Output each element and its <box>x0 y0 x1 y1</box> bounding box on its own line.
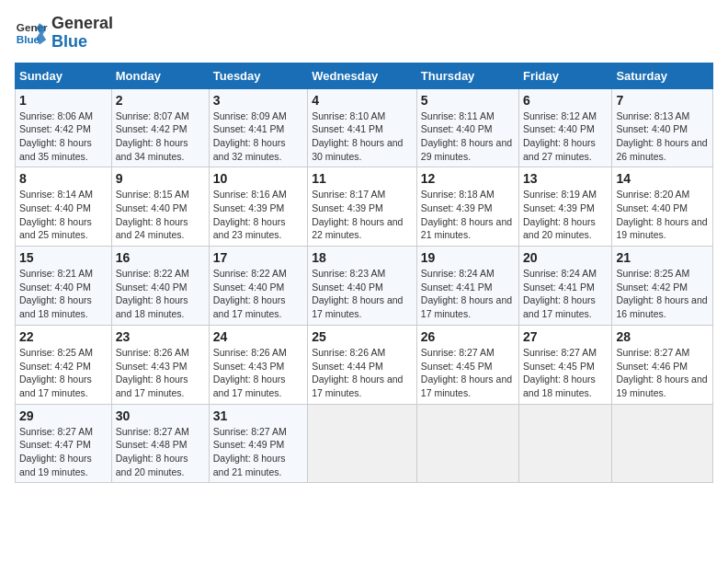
day-number: 1 <box>19 93 108 108</box>
day-info: Sunrise: 8:26 AM Sunset: 4:44 PM Dayligh… <box>312 346 413 400</box>
calendar-cell: 5 Sunrise: 8:11 AM Sunset: 4:40 PM Dayli… <box>416 88 518 167</box>
header-monday: Monday <box>111 63 209 88</box>
logo: General Blue General Blue <box>15 15 113 52</box>
day-info: Sunrise: 8:12 AM Sunset: 4:40 PM Dayligh… <box>523 109 608 164</box>
day-info: Sunrise: 8:15 AM Sunset: 4:40 PM Dayligh… <box>116 188 205 242</box>
calendar-header-row: SundayMondayTuesdayWednesdayThursdayFrid… <box>16 63 713 88</box>
calendar-cell <box>416 404 518 483</box>
day-info: Sunrise: 8:26 AM Sunset: 4:43 PM Dayligh… <box>116 346 205 400</box>
day-number: 4 <box>312 93 413 108</box>
day-info: Sunrise: 8:16 AM Sunset: 4:39 PM Dayligh… <box>213 188 303 242</box>
calendar-cell <box>308 404 417 483</box>
day-info: Sunrise: 8:25 AM Sunset: 4:42 PM Dayligh… <box>19 346 108 400</box>
calendar-cell: 8 Sunrise: 8:14 AM Sunset: 4:40 PM Dayli… <box>16 167 112 247</box>
day-info: Sunrise: 8:10 AM Sunset: 4:41 PM Dayligh… <box>312 109 413 164</box>
day-number: 24 <box>213 329 303 344</box>
day-number: 7 <box>616 93 709 108</box>
calendar-cell: 12 Sunrise: 8:18 AM Sunset: 4:39 PM Dayl… <box>416 167 518 247</box>
calendar-cell: 1 Sunrise: 8:06 AM Sunset: 4:42 PM Dayli… <box>16 88 112 167</box>
day-number: 29 <box>19 408 108 423</box>
day-number: 10 <box>213 171 303 186</box>
day-number: 27 <box>523 329 608 344</box>
day-info: Sunrise: 8:27 AM Sunset: 4:47 PM Dayligh… <box>19 425 108 479</box>
day-number: 23 <box>116 329 205 344</box>
day-number: 3 <box>213 93 303 108</box>
day-number: 21 <box>616 250 709 265</box>
calendar-cell: 6 Sunrise: 8:12 AM Sunset: 4:40 PM Dayli… <box>519 88 612 167</box>
day-number: 14 <box>616 171 709 186</box>
day-info: Sunrise: 8:24 AM Sunset: 4:41 PM Dayligh… <box>523 267 608 321</box>
day-info: Sunrise: 8:13 AM Sunset: 4:40 PM Dayligh… <box>616 109 709 164</box>
day-info: Sunrise: 8:25 AM Sunset: 4:42 PM Dayligh… <box>616 267 709 321</box>
day-info: Sunrise: 8:22 AM Sunset: 4:40 PM Dayligh… <box>116 267 205 321</box>
calendar-cell: 16 Sunrise: 8:22 AM Sunset: 4:40 PM Dayl… <box>111 247 209 326</box>
day-number: 2 <box>116 93 205 108</box>
calendar-cell: 30 Sunrise: 8:27 AM Sunset: 4:48 PM Dayl… <box>111 404 209 483</box>
day-info: Sunrise: 8:20 AM Sunset: 4:40 PM Dayligh… <box>616 188 709 242</box>
calendar-week-5: 29 Sunrise: 8:27 AM Sunset: 4:47 PM Dayl… <box>16 404 713 483</box>
day-number: 8 <box>19 171 108 186</box>
day-info: Sunrise: 8:27 AM Sunset: 4:48 PM Dayligh… <box>116 425 205 479</box>
calendar-cell: 2 Sunrise: 8:07 AM Sunset: 4:42 PM Dayli… <box>111 88 209 167</box>
day-info: Sunrise: 8:11 AM Sunset: 4:40 PM Dayligh… <box>421 109 515 164</box>
calendar-cell: 31 Sunrise: 8:27 AM Sunset: 4:49 PM Dayl… <box>209 404 307 483</box>
day-number: 5 <box>421 93 515 108</box>
day-info: Sunrise: 8:09 AM Sunset: 4:41 PM Dayligh… <box>213 109 303 164</box>
day-number: 31 <box>213 408 303 423</box>
day-info: Sunrise: 8:19 AM Sunset: 4:39 PM Dayligh… <box>523 188 608 242</box>
calendar-cell: 17 Sunrise: 8:22 AM Sunset: 4:40 PM Dayl… <box>209 247 307 326</box>
calendar-cell: 19 Sunrise: 8:24 AM Sunset: 4:41 PM Dayl… <box>416 247 518 326</box>
calendar-cell: 29 Sunrise: 8:27 AM Sunset: 4:47 PM Dayl… <box>16 404 112 483</box>
day-info: Sunrise: 8:21 AM Sunset: 4:40 PM Dayligh… <box>19 267 108 321</box>
calendar-week-1: 1 Sunrise: 8:06 AM Sunset: 4:42 PM Dayli… <box>16 88 713 167</box>
header-tuesday: Tuesday <box>209 63 307 88</box>
day-number: 11 <box>312 171 413 186</box>
calendar-cell: 15 Sunrise: 8:21 AM Sunset: 4:40 PM Dayl… <box>16 247 112 326</box>
calendar-cell <box>612 404 713 483</box>
day-info: Sunrise: 8:26 AM Sunset: 4:43 PM Dayligh… <box>213 346 303 400</box>
day-info: Sunrise: 8:27 AM Sunset: 4:46 PM Dayligh… <box>616 346 709 400</box>
calendar-cell: 13 Sunrise: 8:19 AM Sunset: 4:39 PM Dayl… <box>519 167 612 247</box>
day-info: Sunrise: 8:23 AM Sunset: 4:40 PM Dayligh… <box>312 267 413 321</box>
calendar-body: 1 Sunrise: 8:06 AM Sunset: 4:42 PM Dayli… <box>16 88 713 483</box>
calendar-cell: 7 Sunrise: 8:13 AM Sunset: 4:40 PM Dayli… <box>612 88 713 167</box>
calendar-cell: 3 Sunrise: 8:09 AM Sunset: 4:41 PM Dayli… <box>209 88 307 167</box>
calendar-cell <box>519 404 612 483</box>
calendar-cell: 9 Sunrise: 8:15 AM Sunset: 4:40 PM Dayli… <box>111 167 209 247</box>
day-number: 6 <box>523 93 608 108</box>
calendar-cell: 14 Sunrise: 8:20 AM Sunset: 4:40 PM Dayl… <box>612 167 713 247</box>
day-number: 28 <box>616 329 709 344</box>
day-number: 13 <box>523 171 608 186</box>
day-number: 12 <box>421 171 515 186</box>
calendar-week-3: 15 Sunrise: 8:21 AM Sunset: 4:40 PM Dayl… <box>16 247 713 326</box>
calendar-cell: 28 Sunrise: 8:27 AM Sunset: 4:46 PM Dayl… <box>612 325 713 404</box>
calendar-cell: 18 Sunrise: 8:23 AM Sunset: 4:40 PM Dayl… <box>308 247 417 326</box>
calendar-cell: 23 Sunrise: 8:26 AM Sunset: 4:43 PM Dayl… <box>111 325 209 404</box>
calendar-week-2: 8 Sunrise: 8:14 AM Sunset: 4:40 PM Dayli… <box>16 167 713 247</box>
svg-text:Blue: Blue <box>17 33 40 45</box>
day-info: Sunrise: 8:24 AM Sunset: 4:41 PM Dayligh… <box>421 267 515 321</box>
day-info: Sunrise: 8:07 AM Sunset: 4:42 PM Dayligh… <box>116 109 205 164</box>
day-number: 25 <box>312 329 413 344</box>
day-number: 17 <box>213 250 303 265</box>
day-number: 18 <box>312 250 413 265</box>
calendar-cell: 22 Sunrise: 8:25 AM Sunset: 4:42 PM Dayl… <box>16 325 112 404</box>
day-number: 20 <box>523 250 608 265</box>
day-number: 15 <box>19 250 108 265</box>
header-wednesday: Wednesday <box>308 63 417 88</box>
header-sunday: Sunday <box>16 63 112 88</box>
calendar-week-4: 22 Sunrise: 8:25 AM Sunset: 4:42 PM Dayl… <box>16 325 713 404</box>
calendar-cell: 26 Sunrise: 8:27 AM Sunset: 4:45 PM Dayl… <box>416 325 518 404</box>
logo-icon: General Blue <box>15 17 48 50</box>
day-number: 19 <box>421 250 515 265</box>
day-number: 26 <box>421 329 515 344</box>
day-info: Sunrise: 8:14 AM Sunset: 4:40 PM Dayligh… <box>19 188 108 242</box>
calendar-cell: 11 Sunrise: 8:17 AM Sunset: 4:39 PM Dayl… <box>308 167 417 247</box>
day-info: Sunrise: 8:06 AM Sunset: 4:42 PM Dayligh… <box>19 109 108 164</box>
calendar-cell: 27 Sunrise: 8:27 AM Sunset: 4:45 PM Dayl… <box>519 325 612 404</box>
calendar-cell: 24 Sunrise: 8:26 AM Sunset: 4:43 PM Dayl… <box>209 325 307 404</box>
calendar-cell: 4 Sunrise: 8:10 AM Sunset: 4:41 PM Dayli… <box>308 88 417 167</box>
day-number: 22 <box>19 329 108 344</box>
calendar-cell: 25 Sunrise: 8:26 AM Sunset: 4:44 PM Dayl… <box>308 325 417 404</box>
calendar-cell: 20 Sunrise: 8:24 AM Sunset: 4:41 PM Dayl… <box>519 247 612 326</box>
